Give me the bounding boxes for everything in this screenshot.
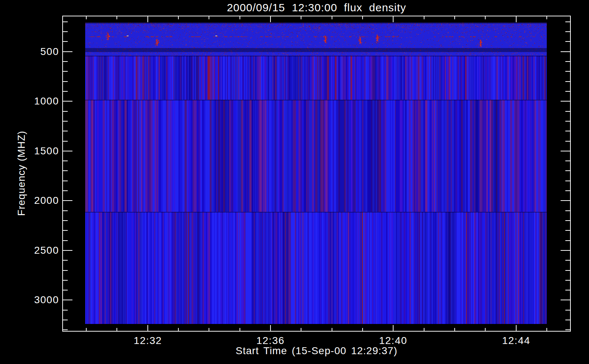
y-minor-tick-right bbox=[565, 280, 570, 281]
y-minor-tick bbox=[63, 161, 68, 161]
y-minor-tick-right bbox=[565, 111, 570, 112]
x-axis-title: Start Time (15-Sep-00 12:29:37) bbox=[62, 345, 571, 357]
y-minor-tick bbox=[63, 290, 68, 290]
y-minor-tick-right bbox=[565, 220, 570, 221]
x-minor-tick bbox=[86, 328, 87, 331]
y-minor-tick bbox=[63, 270, 68, 271]
x-minor-tick-top bbox=[424, 16, 424, 19]
x-minor-tick-top bbox=[116, 16, 117, 19]
x-major-tick-top bbox=[393, 16, 394, 22]
y-minor-tick bbox=[63, 91, 68, 92]
y-minor-tick bbox=[63, 181, 68, 181]
x-major-tick bbox=[516, 325, 517, 331]
y-major-tick-right bbox=[561, 200, 570, 201]
x-minor-tick bbox=[209, 328, 209, 331]
y-minor-tick-right bbox=[565, 270, 570, 271]
x-minor-tick bbox=[116, 328, 117, 331]
x-minor-tick bbox=[301, 328, 301, 331]
y-minor-tick-right bbox=[565, 91, 570, 92]
y-minor-tick-right bbox=[565, 210, 570, 211]
y-minor-tick-right bbox=[565, 41, 570, 42]
x-major-tick-top bbox=[147, 16, 148, 22]
x-major-tick bbox=[147, 325, 148, 331]
x-minor-tick-top bbox=[485, 16, 486, 19]
plot-title: 2000/09/15 12:30:00 flux density bbox=[62, 1, 571, 14]
y-minor-tick bbox=[63, 31, 68, 32]
y-major-tick bbox=[63, 101, 72, 102]
y-minor-tick-right bbox=[565, 31, 570, 32]
spectrogram-image bbox=[85, 23, 547, 324]
x-minor-tick-top bbox=[240, 16, 240, 19]
y-minor-tick bbox=[63, 329, 68, 330]
x-minor-tick-top bbox=[546, 16, 547, 19]
x-minor-tick-top bbox=[209, 16, 209, 19]
y-minor-tick bbox=[63, 141, 68, 142]
y-major-tick bbox=[63, 250, 72, 251]
y-minor-tick bbox=[63, 71, 68, 72]
y-minor-tick-right bbox=[565, 141, 570, 142]
y-major-tick-right bbox=[561, 51, 570, 52]
y-minor-tick bbox=[63, 190, 68, 191]
x-minor-tick-top bbox=[86, 16, 87, 19]
x-minor-tick-top bbox=[301, 16, 301, 19]
y-minor-tick bbox=[63, 210, 68, 211]
y-tick-label: 3000 bbox=[12, 294, 59, 305]
y-minor-tick-right bbox=[565, 161, 570, 161]
y-minor-tick-right bbox=[565, 181, 570, 181]
y-minor-tick bbox=[63, 260, 68, 261]
x-minor-tick bbox=[454, 328, 455, 331]
y-minor-tick bbox=[63, 131, 68, 131]
y-minor-tick bbox=[63, 111, 68, 112]
y-minor-tick bbox=[63, 280, 68, 281]
y-minor-tick-right bbox=[565, 131, 570, 131]
y-minor-tick bbox=[63, 230, 68, 231]
x-minor-tick bbox=[424, 328, 424, 331]
y-major-tick bbox=[63, 300, 72, 300]
y-minor-tick-right bbox=[565, 240, 570, 241]
x-major-tick bbox=[393, 325, 394, 331]
y-minor-tick-right bbox=[565, 320, 570, 320]
y-minor-tick bbox=[63, 61, 68, 62]
x-minor-tick bbox=[178, 328, 179, 331]
y-minor-tick-right bbox=[565, 329, 570, 330]
y-minor-tick-right bbox=[565, 71, 570, 72]
y-minor-tick-right bbox=[565, 61, 570, 62]
y-major-tick-right bbox=[561, 101, 570, 102]
y-minor-tick-right bbox=[565, 310, 570, 310]
x-minor-tick-top bbox=[332, 16, 332, 19]
y-major-tick bbox=[63, 51, 72, 52]
y-minor-tick-right bbox=[565, 121, 570, 122]
y-major-tick-right bbox=[561, 300, 570, 300]
y-minor-tick bbox=[63, 310, 68, 310]
x-major-tick-top bbox=[270, 16, 271, 22]
y-minor-tick-right bbox=[565, 21, 570, 22]
x-major-tick-top bbox=[516, 16, 517, 22]
y-tick-label: 500 bbox=[12, 46, 59, 57]
x-minor-tick bbox=[546, 328, 547, 331]
y-minor-tick bbox=[63, 240, 68, 241]
x-minor-tick bbox=[362, 328, 363, 331]
x-minor-tick bbox=[485, 328, 486, 331]
x-major-tick bbox=[270, 325, 271, 331]
y-major-tick-right bbox=[561, 151, 570, 151]
y-minor-tick bbox=[63, 170, 68, 171]
y-minor-tick-right bbox=[565, 81, 570, 82]
y-minor-tick bbox=[63, 81, 68, 82]
y-minor-tick-right bbox=[565, 230, 570, 231]
y-major-tick bbox=[63, 151, 72, 151]
y-minor-tick-right bbox=[565, 260, 570, 261]
y-minor-tick-right bbox=[565, 190, 570, 191]
y-minor-tick-right bbox=[565, 290, 570, 290]
x-minor-tick bbox=[332, 328, 332, 331]
y-minor-tick bbox=[63, 220, 68, 221]
x-minor-tick bbox=[240, 328, 240, 331]
y-minor-tick-right bbox=[565, 170, 570, 171]
y-minor-tick bbox=[63, 41, 68, 42]
x-minor-tick-top bbox=[362, 16, 363, 19]
y-major-tick-right bbox=[561, 250, 570, 251]
x-minor-tick-top bbox=[178, 16, 179, 19]
y-axis-title: Frequency (MHZ) bbox=[16, 100, 27, 246]
y-minor-tick bbox=[63, 320, 68, 320]
y-tick-label: 2500 bbox=[12, 245, 59, 256]
y-minor-tick bbox=[63, 121, 68, 122]
